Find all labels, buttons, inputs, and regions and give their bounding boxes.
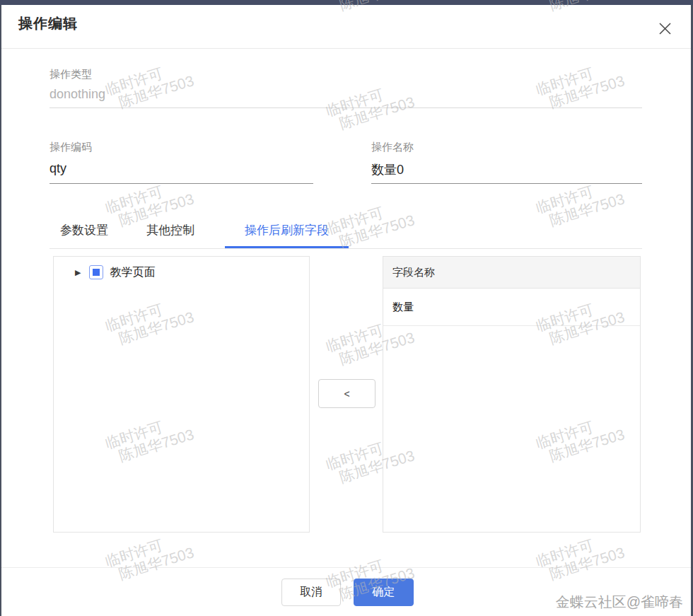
operation-name-label: 操作名称 xyxy=(371,141,414,154)
tab-parameter-settings[interactable]: 参数设置 xyxy=(60,222,108,248)
table-row[interactable]: 数量 xyxy=(383,289,640,326)
operation-type-underline xyxy=(50,107,642,108)
footer-divider xyxy=(1,567,691,568)
move-left-button[interactable]: < xyxy=(318,379,375,408)
close-icon xyxy=(658,22,672,35)
operation-code-input[interactable]: qty xyxy=(50,161,66,176)
tree-node-label: 教学页面 xyxy=(110,265,155,280)
page-top-bar xyxy=(0,0,693,5)
tabs-divider xyxy=(50,248,642,249)
operation-name-input[interactable]: 数量0 xyxy=(371,161,404,178)
checkbox-indeterminate-mark xyxy=(93,269,100,276)
selected-fields-table-header: 字段名称 xyxy=(383,257,640,289)
operation-type-value: donothing xyxy=(50,87,105,102)
tree-node-checkbox[interactable] xyxy=(89,265,103,279)
dialog-title: 操作编辑 xyxy=(18,14,78,33)
tab-other-control[interactable]: 其他控制 xyxy=(146,222,194,248)
operation-code-underline xyxy=(50,183,313,184)
tree-expand-arrow-icon[interactable]: ▶ xyxy=(75,268,81,277)
field-tree-panel: ▶ 教学页面 xyxy=(53,256,310,533)
operation-name-underline xyxy=(371,183,642,184)
selected-fields-panel: 字段名称 数量 xyxy=(383,256,641,533)
close-button[interactable] xyxy=(655,18,675,38)
operation-code-label: 操作编码 xyxy=(50,141,92,154)
tree-node-teaching-page[interactable]: ▶ 教学页面 xyxy=(75,263,155,281)
dialog-header xyxy=(1,5,691,49)
tab-refresh-fields-after-operation[interactable]: 操作后刷新字段 xyxy=(225,222,349,248)
community-credit-text: 金蝶云社区@雀啼春 xyxy=(0,593,683,612)
operation-type-label: 操作类型 xyxy=(50,68,92,81)
